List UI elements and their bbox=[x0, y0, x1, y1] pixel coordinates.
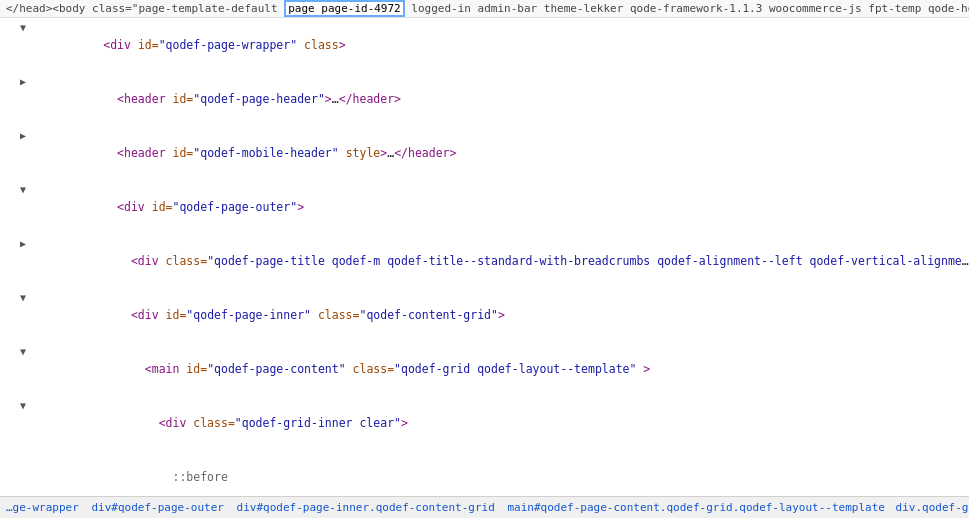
code-page-title: <div class="qodef-page-title qodef-m qod… bbox=[34, 234, 969, 288]
line-page-inner[interactable]: ▼ <div id="qodef-page-inner" class="qode… bbox=[0, 288, 969, 342]
breadcrumb-item-1[interactable]: …ge-wrapper bbox=[4, 501, 81, 514]
arrow-page-outer[interactable]: ▼ bbox=[20, 180, 34, 199]
line-grid-inner[interactable]: ▼ <div class="qodef-grid-inner clear"> bbox=[0, 396, 969, 450]
line-mobile-header[interactable]: ▶ <header id="qodef-mobile-header" style… bbox=[0, 126, 969, 180]
arrow-mobile-header[interactable]: ▶ bbox=[20, 126, 34, 145]
line-page-title[interactable]: ▶ <div class="qodef-page-title qodef-m q… bbox=[0, 234, 969, 288]
breadcrumb-item-2[interactable]: div#qodef-page-outer bbox=[89, 501, 225, 514]
code-page-content: <main id="qodef-page-content" class="qod… bbox=[34, 342, 969, 396]
line-page-outer[interactable]: ▼ <div id="qodef-page-outer"> bbox=[0, 180, 969, 234]
arrow-page-header[interactable]: ▶ bbox=[20, 72, 34, 91]
line-page-content[interactable]: ▼ <main id="qodef-page-content" class="q… bbox=[0, 342, 969, 396]
arrow-before-1 bbox=[20, 450, 34, 469]
breadcrumb-sep-2 bbox=[227, 501, 234, 514]
code-page-inner: <div id="qodef-page-inner" class="qodef-… bbox=[34, 288, 969, 342]
arrow-page-content[interactable]: ▼ bbox=[20, 342, 34, 361]
top-bar: </head><body class="page-template-defaul… bbox=[0, 0, 969, 18]
line-page-header[interactable]: ▶ <header id="qodef-page-header">…</head… bbox=[0, 72, 969, 126]
breadcrumb-sep-3 bbox=[498, 501, 505, 514]
code-qodef-page-wrapper: <div id="qodef-page-wrapper" class> bbox=[34, 18, 969, 72]
code-lines-container: </head><body class="page-template-defaul… bbox=[0, 0, 969, 518]
breadcrumb-item-5[interactable]: div.qodef-g- bbox=[896, 501, 969, 514]
breadcrumb-sep-4 bbox=[888, 501, 895, 514]
arrow-qodef-page-wrapper[interactable]: ▼ bbox=[20, 18, 34, 37]
breadcrumb-sep-1 bbox=[82, 501, 89, 514]
main-content: </head><body class="page-template-defaul… bbox=[0, 0, 969, 518]
class-highlight: page page-id-4972 bbox=[284, 0, 405, 17]
code-page-header: <header id="qodef-page-header">…</header… bbox=[34, 72, 969, 126]
breadcrumb-bar: …ge-wrapper div#qodef-page-outer div#qod… bbox=[0, 496, 969, 518]
line-qodef-page-wrapper[interactable]: ▼ <div id="qodef-page-wrapper" class> bbox=[0, 18, 969, 72]
code-grid-inner: <div class="qodef-grid-inner clear"> bbox=[34, 396, 969, 450]
code-mobile-header: <header id="qodef-mobile-header" style>…… bbox=[34, 126, 969, 180]
breadcrumb-item-4[interactable]: main#qodef-page-content.qodef-grid.qodef… bbox=[505, 501, 887, 514]
breadcrumb-item-3[interactable]: div#qodef-page-inner.qodef-content-grid bbox=[235, 501, 497, 514]
arrow-page-inner[interactable]: ▼ bbox=[20, 288, 34, 307]
arrow-page-title[interactable]: ▶ bbox=[20, 234, 34, 253]
code-page-outer: <div id="qodef-page-outer"> bbox=[34, 180, 969, 234]
arrow-grid-inner[interactable]: ▼ bbox=[20, 396, 34, 415]
